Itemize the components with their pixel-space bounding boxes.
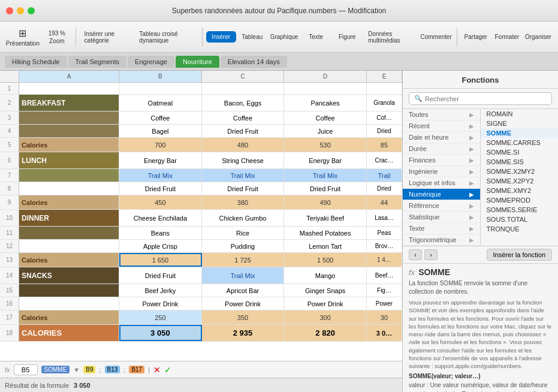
cell-b17[interactable]: 250	[119, 310, 202, 324]
cell-a17[interactable]: Calories	[19, 310, 119, 324]
func-somme[interactable]: SOMME	[481, 128, 559, 138]
cell-c17[interactable]: 350	[202, 310, 285, 324]
cell-a3[interactable]	[19, 111, 119, 124]
cell-a18[interactable]: CALORIES	[19, 325, 119, 341]
col-header-a[interactable]: A	[19, 71, 119, 82]
cell-a13[interactable]: Calories	[19, 253, 119, 267]
col-header-b[interactable]: B	[119, 71, 202, 82]
minimize-button[interactable]	[17, 7, 24, 14]
cell-e1[interactable]	[367, 83, 402, 94]
cell-c12[interactable]: Pudding	[202, 240, 285, 252]
cell-c18[interactable]: 2 935	[202, 325, 285, 341]
cell-d13[interactable]: 1 500	[284, 253, 367, 267]
search-box[interactable]: 🔍	[409, 92, 552, 105]
cell-a14[interactable]: SNACKS	[19, 267, 119, 284]
func-sous-total[interactable]: SOUS.TOTAL	[481, 215, 559, 224]
cat-toutes[interactable]: Toutes ▶	[403, 109, 480, 120]
tab-nourriture[interactable]: Nourriture	[176, 56, 219, 68]
cell-e8[interactable]: Dried	[367, 182, 402, 195]
cell-d12[interactable]: Lemon Tart	[284, 240, 367, 252]
cell-c7[interactable]: Trail Mix	[202, 169, 285, 182]
func-somme-carres[interactable]: SOMME.CARRES	[481, 138, 559, 147]
cell-c1[interactable]	[202, 83, 285, 94]
cell-c5[interactable]: 480	[202, 138, 285, 152]
col-header-c[interactable]: C	[202, 71, 285, 82]
close-button[interactable]	[6, 7, 13, 14]
insert-function-btn[interactable]: Insérer la fonction	[487, 249, 552, 261]
cell-d3[interactable]: Coffee	[284, 111, 367, 124]
cell-d7[interactable]: Trail Mix	[284, 169, 367, 182]
cell-d14[interactable]: Mango	[284, 267, 367, 284]
cell-e14[interactable]: Beef…	[367, 267, 402, 284]
cell-e13[interactable]: 1 4…	[367, 253, 402, 267]
table-btn[interactable]: Tableau	[237, 31, 267, 43]
cell-e10[interactable]: Lasa…	[367, 210, 402, 226]
cell-e7[interactable]: Trail	[367, 169, 402, 182]
cell-d9[interactable]: 490	[284, 195, 367, 209]
cell-c6[interactable]: String Cheese	[202, 152, 285, 168]
nav-prev-btn[interactable]: ‹	[409, 249, 422, 260]
tab-hiking[interactable]: Hiking Schedule	[5, 56, 67, 68]
func-somme-sis[interactable]: SOMME.SIS	[481, 157, 559, 167]
formula-ref-b13[interactable]: B13	[105, 366, 120, 373]
cell-b4[interactable]: Bagel	[119, 125, 202, 137]
cell-a9[interactable]: Calories	[19, 195, 119, 209]
cell-d1[interactable]	[284, 83, 367, 94]
cell-a1[interactable]	[19, 83, 119, 94]
cell-a4[interactable]	[19, 125, 119, 137]
cell-c16[interactable]: Power Drink	[202, 297, 285, 310]
cat-numerique[interactable]: Numérique ▶	[403, 189, 480, 200]
cell-c9[interactable]: 380	[202, 195, 285, 209]
cell-b18[interactable]: 3 050	[119, 325, 202, 341]
cell-d8[interactable]: Dried Fruit	[284, 182, 367, 195]
media-btn[interactable]: Données multimédias	[363, 28, 418, 46]
func-romain[interactable]: ROMAIN	[481, 109, 559, 119]
cell-b7[interactable]: Trail Mix	[119, 169, 202, 182]
formula-ref-b17[interactable]: B17	[129, 366, 144, 373]
func-tronque[interactable]: TRONQUE	[481, 224, 559, 234]
cat-texte[interactable]: Texte ▶	[403, 223, 480, 234]
insert-btn[interactable]: Insérer	[206, 31, 236, 43]
cell-e17[interactable]: 30	[367, 310, 402, 324]
cell-c3[interactable]: Coffee	[202, 111, 285, 124]
cell-b15[interactable]: Beef Jerky	[119, 284, 202, 297]
cell-a7[interactable]	[19, 169, 119, 182]
cat-duree[interactable]: Durée ▶	[403, 143, 480, 155]
func-somme-si[interactable]: SOMME.SI	[481, 147, 559, 157]
cell-a2[interactable]: BREAKFAST	[19, 95, 119, 111]
cell-a12[interactable]	[19, 240, 119, 252]
cat-recent[interactable]: Récent ▶	[403, 120, 480, 132]
col-header-e[interactable]: E	[367, 71, 402, 82]
cell-c2[interactable]: Bacon, Eggs	[202, 95, 285, 111]
maximize-button[interactable]	[28, 7, 35, 14]
presentation-btn[interactable]: ⊞ Présentation	[5, 25, 41, 49]
cell-d2[interactable]: Pancakes	[284, 95, 367, 111]
cell-e9[interactable]: 44	[367, 195, 402, 209]
cell-e11[interactable]: Peas	[367, 227, 402, 239]
tab-elevation[interactable]: Elevation 14 days	[221, 56, 287, 68]
formula-ok-btn[interactable]: ✓	[164, 365, 171, 375]
cell-b5[interactable]: 700	[119, 138, 202, 152]
formula-func-tag[interactable]: SOMME	[41, 366, 70, 373]
cell-a6[interactable]: LUNCH	[19, 152, 119, 168]
cell-c14[interactable]: Trail Mix	[202, 267, 285, 284]
cell-d4[interactable]: Juice	[284, 125, 367, 137]
func-signe[interactable]: SIGNE	[481, 119, 559, 128]
cat-finances[interactable]: Finances ▶	[403, 155, 480, 166]
cell-b6[interactable]: Energy Bar	[119, 152, 202, 168]
cell-b16[interactable]: Power Drink	[119, 297, 202, 310]
cell-e4[interactable]: Dried	[367, 125, 402, 137]
cell-b9[interactable]: 450	[119, 195, 202, 209]
tab-trail[interactable]: Trail Segments	[68, 56, 127, 68]
cell-e12[interactable]: Brov…	[367, 240, 402, 252]
cat-trigo[interactable]: Trigonométrique ▶	[403, 234, 480, 246]
cell-b8[interactable]: Dried Fruit	[119, 182, 202, 195]
cell-b11[interactable]: Beans	[119, 227, 202, 239]
cell-a10[interactable]: DINNER	[19, 210, 119, 226]
cell-c11[interactable]: Rice	[202, 227, 285, 239]
cell-e5[interactable]: 85	[367, 138, 402, 152]
cat-reference[interactable]: Référence ▶	[403, 200, 480, 212]
cell-b3[interactable]: Coffee	[119, 111, 202, 124]
cell-b13[interactable]: 1 650	[119, 253, 202, 267]
cell-d15[interactable]: Ginger Snaps	[284, 284, 367, 297]
